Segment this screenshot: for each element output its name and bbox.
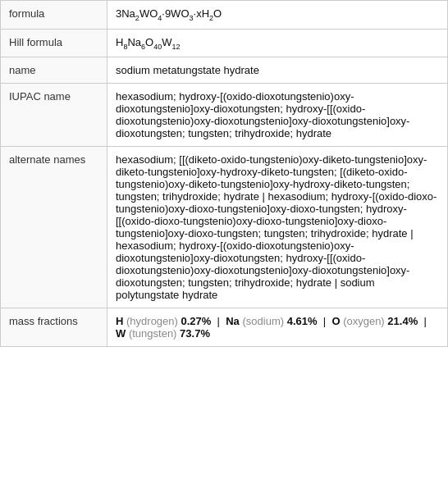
table-row: mass fractionsH (hydrogen) 0.27% | Na (s…	[1, 308, 448, 347]
table-row: formula3Na2WO4·9WO3·xH2O	[1, 1, 448, 30]
row-value: sodium metatungstate hydrate	[107, 57, 448, 84]
row-value: hexasodium; [[(diketo-oxido-tungstenio)o…	[107, 147, 448, 308]
table-row: IUPAC namehexasodium; hydroxy-[(oxido-di…	[1, 84, 448, 147]
element-name: (tungsten)	[129, 327, 177, 340]
row-label: alternate names	[1, 147, 107, 308]
element-symbol: Na	[226, 315, 240, 327]
row-value: H8Na6O40W12	[107, 29, 448, 57]
element-value: 0.27%	[181, 315, 212, 327]
table-row: alternate nameshexasodium; [[(diketo-oxi…	[1, 147, 448, 308]
row-label: formula	[1, 1, 107, 30]
element-symbol: W	[116, 327, 126, 340]
row-value: 3Na2WO4·9WO3·xH2O	[107, 1, 448, 30]
element-value: 4.61%	[287, 315, 318, 327]
element-name: (sodium)	[242, 315, 284, 327]
element-name: (hydrogen)	[126, 315, 178, 327]
row-label: Hill formula	[1, 29, 107, 57]
row-label: mass fractions	[1, 308, 107, 347]
row-value: H (hydrogen) 0.27% | Na (sodium) 4.61% |…	[107, 308, 448, 347]
element-name: (oxygen)	[343, 315, 385, 327]
element-symbol: H	[116, 315, 123, 327]
row-label: IUPAC name	[1, 84, 107, 147]
table-row: Hill formulaH8Na6O40W12	[1, 29, 448, 57]
element-value: 21.4%	[387, 315, 418, 327]
element-symbol: O	[331, 315, 340, 327]
row-value: hexasodium; hydroxy-[(oxido-dioxotungste…	[107, 84, 448, 147]
table-row: namesodium metatungstate hydrate	[1, 57, 448, 84]
properties-table: formula3Na2WO4·9WO3·xH2OHill formulaH8Na…	[0, 0, 448, 347]
row-label: name	[1, 57, 107, 84]
element-value: 73.7%	[180, 327, 210, 340]
